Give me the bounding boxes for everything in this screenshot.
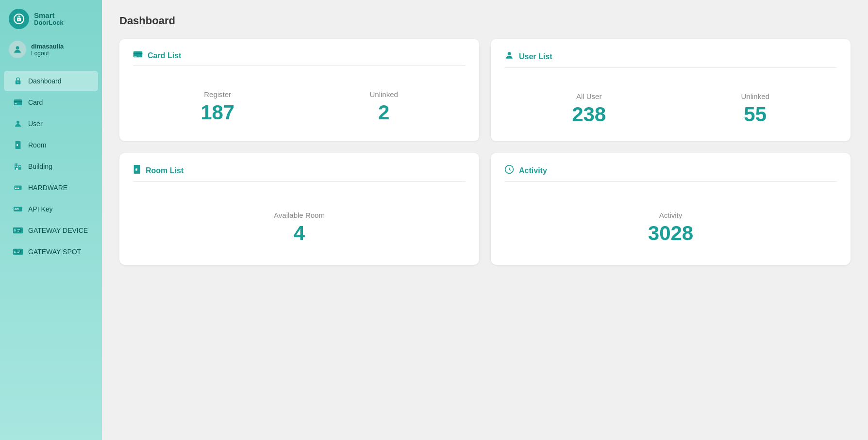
sidebar-label-card: Card bbox=[28, 98, 43, 106]
user-list-stats: All User 238 Unlinked 55 bbox=[504, 82, 837, 130]
svg-rect-49 bbox=[134, 56, 136, 57]
svg-rect-25 bbox=[18, 187, 19, 188]
logo-icon bbox=[9, 9, 29, 29]
logo-text: Smart DoorLock bbox=[34, 12, 64, 27]
sidebar-label-user: User bbox=[28, 120, 43, 128]
user-unlinked-label: Unlinked bbox=[741, 92, 769, 100]
sidebar-label-room: Room bbox=[28, 141, 46, 149]
sidebar-item-apikey[interactable]: API API Key bbox=[4, 199, 98, 219]
brand-smart: Smart bbox=[34, 12, 64, 20]
main-content: Dashboard Card List Register 187 bbox=[102, 0, 868, 440]
card-list-icon bbox=[133, 50, 143, 61]
sidebar-item-room[interactable]: Room bbox=[4, 135, 98, 155]
svg-text:G: G bbox=[14, 229, 16, 232]
svg-rect-23 bbox=[15, 187, 16, 188]
sidebar-label-apikey: API Key bbox=[28, 205, 53, 213]
sidebar-item-gateway-spot[interactable]: G GATEWAY SPOT bbox=[4, 242, 98, 262]
card-list-header: Card List bbox=[133, 50, 466, 61]
user-list-icon bbox=[504, 50, 514, 63]
logout-link[interactable]: Logout bbox=[31, 50, 64, 57]
activity-stats: Activity 3028 bbox=[504, 196, 837, 253]
register-stat: Register 187 bbox=[200, 90, 234, 123]
svg-rect-17 bbox=[16, 166, 17, 167]
brand-doorlock: DoorLock bbox=[34, 19, 64, 26]
svg-rect-8 bbox=[15, 103, 17, 104]
sidebar-item-dashboard[interactable]: Dashboard bbox=[4, 71, 98, 91]
svg-rect-33 bbox=[16, 228, 21, 232]
sidebar-nav: Dashboard Card User bbox=[0, 71, 102, 267]
room-icon bbox=[13, 140, 23, 150]
avatar bbox=[9, 41, 26, 58]
sidebar-item-card[interactable]: Card bbox=[4, 92, 98, 113]
svg-rect-16 bbox=[17, 164, 18, 165]
card-list-stats: Register 187 Unlinked 2 bbox=[133, 81, 466, 128]
user-list-header: User List bbox=[504, 50, 837, 63]
available-room-label: Available Room bbox=[274, 211, 325, 219]
sidebar-item-building[interactable]: Building bbox=[4, 156, 98, 177]
svg-rect-45 bbox=[17, 252, 18, 253]
svg-rect-37 bbox=[17, 231, 18, 232]
svg-rect-41 bbox=[16, 250, 21, 254]
svg-rect-46 bbox=[18, 252, 19, 253]
svg-rect-15 bbox=[16, 164, 17, 165]
room-list-divider bbox=[133, 181, 466, 182]
svg-point-50 bbox=[508, 52, 511, 55]
activity-header: Activity bbox=[504, 164, 837, 177]
svg-point-9 bbox=[17, 121, 19, 124]
svg-rect-35 bbox=[18, 229, 19, 230]
svg-rect-21 bbox=[16, 168, 17, 170]
card-unlinked-label: Unlinked bbox=[369, 90, 398, 98]
room-list-header: Room List bbox=[133, 164, 466, 177]
svg-point-5 bbox=[17, 81, 18, 82]
room-list-title: Room List bbox=[146, 166, 184, 175]
available-room-value: 4 bbox=[294, 223, 305, 244]
sidebar-label-gateway-spot: GATEWAY SPOT bbox=[28, 248, 81, 256]
svg-point-2 bbox=[18, 19, 19, 20]
card-icon bbox=[13, 97, 23, 108]
sidebar-label-building: Building bbox=[28, 163, 52, 170]
sidebar-item-user[interactable]: User bbox=[4, 114, 98, 134]
lock-icon bbox=[13, 76, 23, 86]
gateway-icon: G bbox=[13, 225, 23, 236]
svg-rect-14 bbox=[18, 165, 21, 170]
user-list-divider bbox=[504, 67, 837, 68]
svg-rect-44 bbox=[19, 251, 20, 252]
register-label: Register bbox=[204, 90, 231, 98]
sidebar-item-gateway-device[interactable]: G GATEWAY DEVICE bbox=[4, 220, 98, 241]
svg-rect-38 bbox=[18, 231, 19, 232]
room-list-stats: Available Room 4 bbox=[133, 196, 466, 253]
user-unlinked-value: 55 bbox=[744, 104, 767, 125]
user-unlinked-stat: Unlinked 55 bbox=[741, 92, 769, 125]
card-list-title: Card List bbox=[148, 51, 181, 60]
svg-rect-43 bbox=[18, 251, 19, 252]
sidebar: Smart DoorLock dimasaulia Logout bbox=[0, 0, 102, 440]
activity-card: Activity Activity 3028 bbox=[491, 153, 851, 265]
card-list-card: Card List Register 187 Unlinked 2 bbox=[119, 39, 479, 141]
sidebar-label-hardware: HARDWARE bbox=[28, 184, 67, 192]
user-list-title: User List bbox=[519, 52, 552, 61]
sidebar-user: dimasaulia Logout bbox=[0, 36, 102, 67]
svg-rect-11 bbox=[17, 144, 18, 146]
room-list-icon bbox=[133, 164, 141, 177]
svg-line-56 bbox=[509, 169, 511, 171]
all-user-stat: All User 238 bbox=[572, 92, 606, 125]
card-list-divider bbox=[133, 65, 466, 66]
sidebar-item-hardware[interactable]: HARDWARE bbox=[4, 178, 98, 198]
activity-divider bbox=[504, 181, 837, 182]
svg-rect-52 bbox=[135, 168, 137, 171]
activity-value: 3028 bbox=[648, 223, 693, 244]
svg-point-53 bbox=[137, 169, 138, 170]
activity-label: Activity bbox=[659, 211, 683, 219]
dashboard-grid: Card List Register 187 Unlinked 2 bbox=[119, 39, 851, 265]
svg-point-3 bbox=[16, 46, 19, 49]
svg-rect-7 bbox=[14, 101, 22, 102]
sidebar-logo: Smart DoorLock bbox=[0, 0, 102, 36]
user-info: dimasaulia Logout bbox=[31, 43, 64, 57]
svg-rect-18 bbox=[17, 166, 18, 167]
gatewayspot-icon: G bbox=[13, 246, 23, 257]
user-name: dimasaulia bbox=[31, 43, 64, 50]
svg-rect-42 bbox=[17, 251, 18, 252]
svg-rect-26 bbox=[15, 188, 16, 189]
svg-rect-19 bbox=[19, 166, 20, 167]
api-icon: API bbox=[13, 204, 23, 214]
